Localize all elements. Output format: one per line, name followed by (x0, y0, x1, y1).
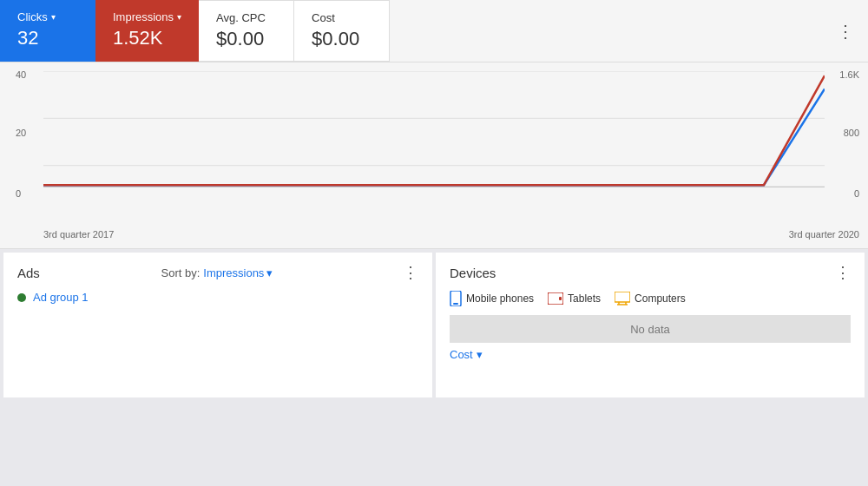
impressions-label-text: Impressions (113, 10, 174, 23)
y-label-40: 40 (16, 69, 26, 80)
ads-panel-header: Ads Sort by: Impressions ▾ ⋮ (17, 263, 418, 282)
ads-more-button[interactable]: ⋮ (403, 263, 418, 282)
sort-value: Impressions (203, 266, 264, 279)
metrics-bar: Clicks ▾ 32 Impressions ▾ 1.52K Avg. CPC… (0, 0, 868, 62)
y-label-0-right: 0 (854, 188, 859, 199)
tablet-icon (548, 292, 563, 305)
cost-label: Cost (312, 11, 372, 24)
clicks-label: Clicks ▾ (17, 10, 78, 23)
no-data-label: No data (630, 323, 670, 336)
cost-label: Cost (450, 348, 473, 361)
clicks-value: 32 (17, 27, 78, 49)
ad-group-item[interactable]: Ad group 1 (17, 291, 418, 304)
mobile-label: Mobile phones (466, 292, 534, 305)
bottom-panels: Ads Sort by: Impressions ▾ ⋮ Ad group 1 … (0, 249, 868, 401)
x-label-start: 3rd quarter 2017 (43, 229, 114, 240)
clicks-dropdown-arrow[interactable]: ▾ (51, 12, 56, 22)
impressions-value: 1.52K (113, 27, 181, 49)
ad-group-dot (17, 293, 26, 302)
no-data-bar: No data (450, 315, 851, 343)
svg-rect-7 (559, 297, 562, 300)
metrics-more-button[interactable]: ⋮ (823, 0, 868, 62)
chart-svg (43, 71, 825, 213)
y-label-1.6k: 1.6K (839, 69, 859, 80)
y-label-20: 20 (16, 128, 26, 138)
devices-more-button[interactable]: ⋮ (835, 263, 851, 282)
cost-tile: Cost $0.00 (294, 0, 390, 62)
sort-by-section: Sort by: Impressions ▾ (161, 266, 273, 279)
legend-tablets: Tablets (548, 291, 601, 306)
cost-selector[interactable]: Cost ▾ (450, 348, 851, 361)
impressions-dropdown-arrow[interactable]: ▾ (177, 12, 181, 22)
svg-rect-5 (453, 303, 458, 305)
devices-legend: Mobile phones Tablets (450, 291, 851, 306)
cost-value: $0.00 (312, 28, 372, 50)
svg-rect-8 (615, 292, 630, 302)
devices-panel-header: Devices ⋮ (450, 263, 851, 282)
avg-cpc-label: Avg. CPC (216, 11, 276, 24)
y-label-0-left: 0 (16, 188, 21, 199)
sort-dropdown[interactable]: Impressions ▾ (203, 266, 273, 279)
ad-group-name: Ad group 1 (33, 291, 89, 304)
cost-dropdown-arrow: ▾ (477, 348, 483, 361)
clicks-label-text: Clicks (17, 10, 48, 23)
chart-area: 40 20 0 1.6K 800 0 3rd quarter 2017 3rd … (0, 62, 868, 249)
y-label-800: 800 (844, 128, 859, 138)
tablets-label: Tablets (568, 292, 601, 305)
mobile-icon (450, 291, 462, 306)
avg-cpc-tile: Avg. CPC $0.00 (199, 0, 294, 62)
clicks-tile[interactable]: Clicks ▾ 32 (0, 0, 95, 62)
ads-panel-title: Ads (17, 266, 40, 280)
devices-panel: Devices ⋮ Mobile phones (436, 253, 865, 397)
computer-icon (615, 292, 630, 305)
ads-panel: Ads Sort by: Impressions ▾ ⋮ Ad group 1 (3, 253, 432, 397)
computers-label: Computers (635, 292, 686, 305)
x-label-end: 3rd quarter 2020 (789, 229, 859, 240)
legend-computers: Computers (615, 291, 686, 306)
legend-mobile: Mobile phones (450, 291, 534, 306)
devices-panel-title: Devices (450, 266, 496, 280)
impressions-tile[interactable]: Impressions ▾ 1.52K (95, 0, 199, 62)
avg-cpc-value: $0.00 (216, 28, 276, 50)
sort-dropdown-arrow: ▾ (266, 266, 273, 279)
sort-by-label: Sort by: (161, 266, 200, 279)
impressions-label: Impressions ▾ (113, 10, 181, 23)
